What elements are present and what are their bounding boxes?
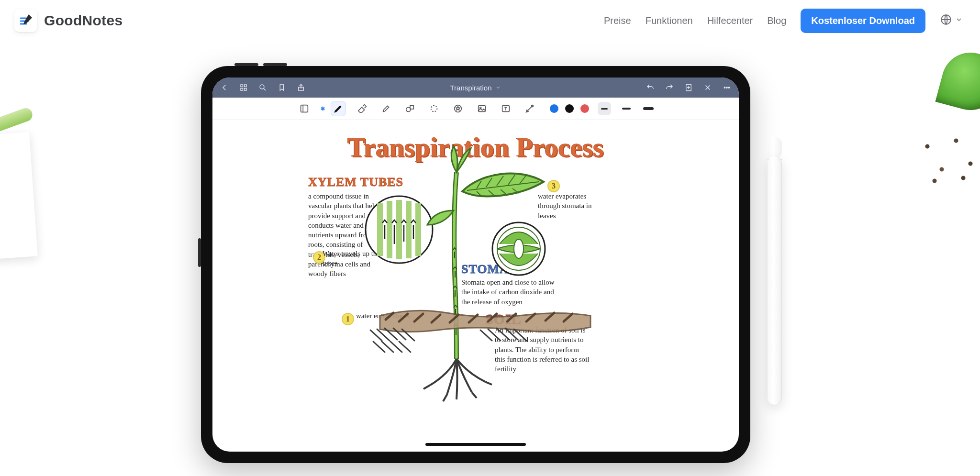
- lasso-tool[interactable]: [426, 101, 442, 116]
- svg-point-9: [726, 87, 727, 88]
- brand-name: GoodNotes: [44, 12, 122, 29]
- decor-leaf-right: [935, 46, 980, 117]
- thickness-medium[interactable]: [620, 102, 633, 115]
- text-tool[interactable]: [498, 101, 513, 116]
- main-nav: Preise Funktionen Hilfecenter Blog Koste…: [604, 9, 963, 33]
- nav-pricing[interactable]: Preise: [604, 15, 631, 26]
- ipad-device: Transpiration ✱: [201, 66, 750, 463]
- add-page-icon[interactable]: [683, 82, 694, 93]
- home-indicator: [425, 443, 526, 446]
- search-icon[interactable]: [257, 82, 268, 93]
- redo-icon[interactable]: [664, 82, 675, 93]
- ipad-screen: Transpiration ✱: [212, 77, 739, 452]
- thickness-thick[interactable]: [642, 102, 655, 115]
- chevron-down-icon: [495, 84, 501, 92]
- brand[interactable]: GoodNotes: [14, 9, 122, 32]
- svg-rect-26: [377, 203, 383, 256]
- document-title[interactable]: Transpiration: [450, 84, 501, 92]
- svg-rect-29: [406, 201, 412, 258]
- site-header: GoodNotes Preise Funktionen Hilfecenter …: [0, 0, 980, 41]
- volume-up-button: [234, 63, 258, 66]
- share-icon[interactable]: [296, 82, 306, 93]
- nav-blog[interactable]: Blog: [767, 15, 786, 26]
- note-drawings: [212, 120, 739, 452]
- svg-rect-28: [396, 200, 402, 259]
- decor-soil: [913, 129, 980, 187]
- brand-logo-icon: [14, 9, 37, 32]
- undo-icon[interactable]: [645, 82, 656, 93]
- power-button: [198, 238, 201, 267]
- thickness-thin[interactable]: [598, 102, 611, 115]
- document-title-text: Transpiration: [450, 84, 492, 92]
- color-swatch-black[interactable]: [565, 104, 574, 113]
- image-tool[interactable]: [474, 101, 490, 116]
- bluetooth-badge: ✱: [321, 106, 325, 112]
- color-swatch-red[interactable]: [580, 104, 589, 113]
- nav-help[interactable]: Hilfecenter: [707, 15, 753, 26]
- app-toolbar-tools: ✱: [212, 98, 739, 120]
- pointer-tool[interactable]: [522, 101, 537, 116]
- svg-point-10: [728, 87, 729, 88]
- app-toolbar-primary: Transpiration: [212, 77, 739, 98]
- close-icon[interactable]: [702, 82, 713, 93]
- shape-tool[interactable]: [402, 101, 418, 116]
- svg-point-5: [260, 85, 264, 89]
- read-mode-tool[interactable]: [297, 101, 312, 116]
- eraser-tool[interactable]: [355, 101, 370, 116]
- svg-rect-3: [241, 89, 243, 91]
- bookmark-icon[interactable]: [277, 82, 287, 93]
- svg-point-14: [431, 106, 437, 112]
- volume-down-button: [263, 63, 287, 66]
- language-switcher[interactable]: [940, 13, 963, 28]
- svg-rect-16: [478, 106, 485, 112]
- svg-rect-30: [415, 203, 421, 256]
- note-canvas[interactable]: Transpiration Process XYLEM TUBES a comp…: [212, 120, 739, 452]
- decor-paper: [0, 132, 38, 260]
- color-swatches: [550, 104, 589, 113]
- download-button[interactable]: Kostenloser Download: [801, 9, 925, 33]
- nav-features[interactable]: Funktionen: [646, 15, 693, 26]
- svg-point-32: [514, 239, 523, 258]
- globe-icon: [940, 13, 952, 28]
- thumbnails-icon[interactable]: [238, 82, 249, 93]
- pen-tool[interactable]: [331, 101, 346, 116]
- back-icon[interactable]: [219, 82, 230, 93]
- chevron-down-icon: [955, 16, 963, 25]
- decor-leaf-left: [0, 106, 34, 137]
- svg-rect-4: [245, 89, 247, 91]
- apple-pencil: [768, 137, 782, 405]
- svg-rect-11: [301, 105, 308, 112]
- svg-point-8: [724, 87, 725, 88]
- more-icon[interactable]: [722, 82, 732, 93]
- elements-tool[interactable]: [450, 101, 466, 116]
- svg-rect-27: [387, 201, 392, 258]
- svg-rect-2: [245, 85, 247, 87]
- color-swatch-blue[interactable]: [550, 104, 558, 113]
- highlighter-tool[interactable]: [379, 101, 394, 116]
- svg-rect-1: [241, 85, 243, 87]
